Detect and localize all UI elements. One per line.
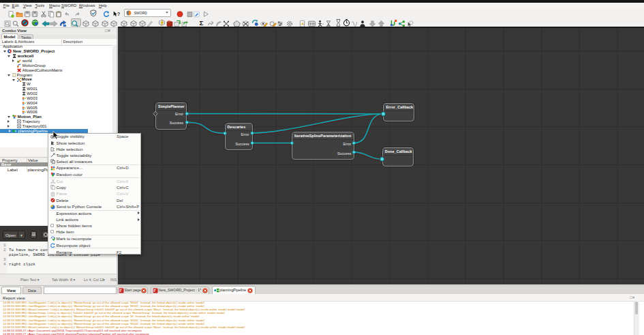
- svg-text:A: A: [301, 21, 304, 26]
- svg-text:F: F: [153, 289, 156, 293]
- svg-text:F: F: [119, 289, 122, 293]
